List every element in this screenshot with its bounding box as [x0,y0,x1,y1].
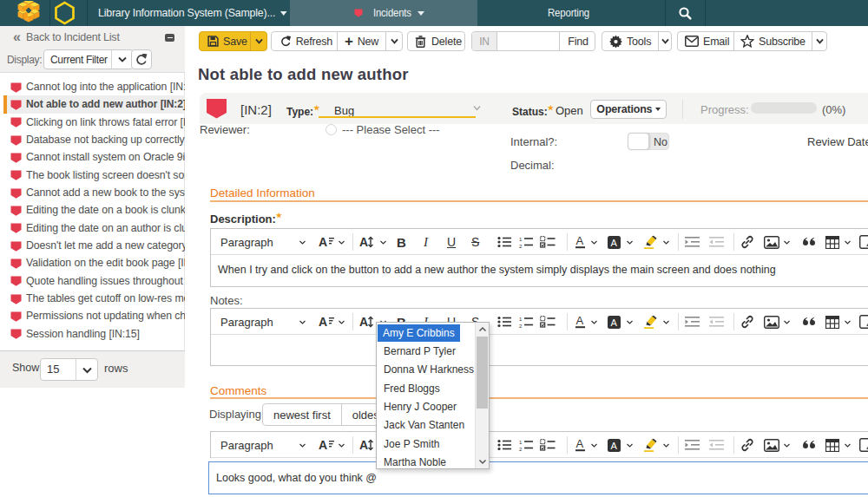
svg-text:1: 1 [519,237,523,242]
svg-text:A: A [359,235,368,249]
svg-text:A: A [319,315,327,329]
svg-text:A: A [610,440,617,450]
svg-text:2: 2 [519,324,523,329]
svg-text:A: A [319,235,327,249]
svg-text:A: A [576,235,584,247]
svg-text:A: A [610,237,617,247]
svg-text:1: 1 [519,317,523,322]
svg-text:A: A [319,438,327,452]
svg-text:A: A [359,438,368,452]
svg-text:1: 1 [519,440,523,445]
svg-text:A: A [359,315,368,329]
svg-text:A: A [576,438,584,450]
svg-text:A: A [610,317,617,327]
svg-text:2: 2 [519,447,523,452]
svg-text:2: 2 [519,244,523,249]
svg-text:A: A [576,315,584,327]
